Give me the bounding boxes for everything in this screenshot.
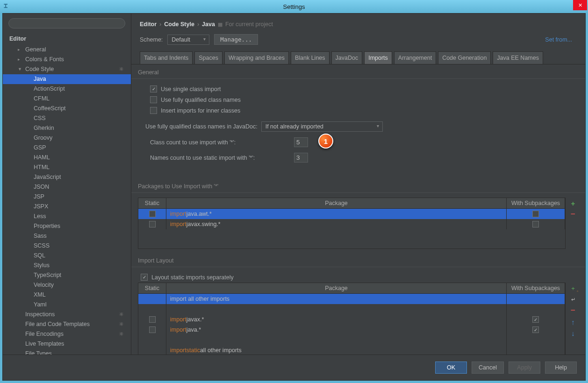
packages-table[interactable]: Static Package With Subpackages import j… xyxy=(138,198,566,249)
package-name: java.* xyxy=(186,326,201,333)
tree-item-file-types[interactable]: File Types xyxy=(3,349,131,355)
tree-item-label: Stylus xyxy=(34,262,50,269)
add-package-button[interactable]: + xyxy=(568,199,578,208)
tree-item-java[interactable]: Java xyxy=(3,74,131,84)
tab-spaces[interactable]: Spaces xyxy=(194,51,222,64)
static-checkbox[interactable] xyxy=(149,221,156,227)
tree-item-sql[interactable]: SQL xyxy=(3,251,131,261)
subpackages-checkbox[interactable] xyxy=(532,221,539,227)
tree-item-actionscript[interactable]: ActionScript xyxy=(3,84,131,94)
settings-tree[interactable]: Editor ▸General▸Colors & Fonts▼Code Styl… xyxy=(3,33,131,355)
subpackages-checkbox[interactable] xyxy=(532,316,539,323)
import-keyword: import xyxy=(170,326,186,333)
input-class-count[interactable] xyxy=(294,137,308,147)
tree-item-stylus[interactable]: Stylus xyxy=(3,261,131,270)
static-checkbox[interactable] xyxy=(149,326,156,333)
table-row[interactable]: import java.* xyxy=(138,325,565,335)
layout-table[interactable]: Static Package With Subpackages import a… xyxy=(138,283,566,355)
move-up-button[interactable]: ↑ xyxy=(568,317,578,326)
tree-item-file-and-code-templates[interactable]: File and Code Templates⛯ xyxy=(3,319,131,329)
tree-root-editor[interactable]: Editor xyxy=(3,33,131,45)
tree-item-haml[interactable]: HAML xyxy=(3,153,131,163)
tree-item-jspx[interactable]: JSPX xyxy=(3,202,131,212)
tree-item-gherkin[interactable]: Gherkin xyxy=(3,123,131,133)
tab-blank-lines[interactable]: Blank Lines xyxy=(291,51,330,64)
tab-imports[interactable]: Imports xyxy=(364,51,392,64)
ok-button[interactable]: OK xyxy=(435,362,467,374)
table-row[interactable] xyxy=(138,335,565,345)
set-from-link[interactable]: Set from... xyxy=(545,36,577,43)
tree-item-general[interactable]: ▸General xyxy=(3,45,131,55)
chk-fully-qualified[interactable] xyxy=(150,96,157,103)
tab-wrapping-and-braces[interactable]: Wrapping and Braces xyxy=(224,51,289,64)
tree-item-groovy[interactable]: Groovy xyxy=(3,133,131,143)
tree-item-label: JavaScript xyxy=(34,174,61,180)
dialog-footer: OK Cancel Apply Help xyxy=(3,355,585,380)
remove-package-button[interactable]: − xyxy=(568,210,578,219)
input-names-count[interactable] xyxy=(294,153,308,163)
tree-item-label: HTML xyxy=(34,164,50,170)
tree-item-xml[interactable]: XML xyxy=(3,290,131,300)
chk-layout-static-separate[interactable] xyxy=(141,274,148,281)
tree-item-scss[interactable]: SCSS xyxy=(3,241,131,251)
tree-item-properties[interactable]: Properties xyxy=(3,221,131,231)
tree-item-label: JSPX xyxy=(34,203,48,210)
tree-item-coffeescript[interactable]: CoffeeScript xyxy=(3,104,131,113)
fq-javadoc-select-wrap: If not already imported xyxy=(261,121,383,132)
tree-item-sass[interactable]: Sass xyxy=(3,231,131,241)
table-row[interactable]: import javax.swing.* xyxy=(138,219,565,229)
help-button[interactable]: Help xyxy=(545,362,577,374)
fq-javadoc-select[interactable]: If not already imported xyxy=(261,121,383,132)
search-input[interactable] xyxy=(8,18,125,28)
add-layout-package-button[interactable]: +▫ xyxy=(568,284,578,293)
add-blank-line-button[interactable]: ↵ xyxy=(568,295,578,304)
move-down-button[interactable]: ↓ xyxy=(568,328,578,338)
tree-item-less[interactable]: Less xyxy=(3,212,131,221)
tree-item-html[interactable]: HTML xyxy=(3,163,131,172)
tab-arrangement[interactable]: Arrangement xyxy=(394,51,436,64)
apply-button[interactable]: Apply xyxy=(509,362,540,374)
tree-item-colors-&-fonts[interactable]: ▸Colors & Fonts xyxy=(3,55,131,64)
window-close-button[interactable]: ✕ xyxy=(573,0,587,10)
tree-item-label: SCSS xyxy=(34,242,50,249)
table-row[interactable]: import all other imports xyxy=(138,294,565,304)
tree-item-label: CSS xyxy=(34,115,46,121)
tree-item-label: File and Code Templates xyxy=(25,321,90,327)
tree-item-yaml[interactable]: Yaml xyxy=(3,300,131,310)
subpackages-checkbox[interactable] xyxy=(532,211,539,217)
subpackages-checkbox[interactable] xyxy=(532,326,539,333)
chk-inner-classes[interactable] xyxy=(150,107,157,114)
tree-item-javascript[interactable]: JavaScript xyxy=(3,172,131,182)
tab-javadoc[interactable]: JavaDoc xyxy=(331,51,363,64)
scheme-row: Scheme: Default Manage... Set from... xyxy=(131,30,585,51)
tree-item-css[interactable]: CSS xyxy=(3,113,131,123)
tree-item-cfml[interactable]: CFML xyxy=(3,94,131,104)
tab-tabs-and-indents[interactable]: Tabs and Indents xyxy=(140,51,193,64)
table-row[interactable]: import java.awt.* xyxy=(138,209,565,219)
tab-code-generation[interactable]: Code Generation xyxy=(438,51,491,64)
tab-java-ee-names[interactable]: Java EE Names xyxy=(493,51,543,64)
tree-item-label: GSP xyxy=(34,144,46,151)
tree-item-jsp[interactable]: JSP xyxy=(3,192,131,202)
manage-button[interactable]: Manage... xyxy=(214,34,258,45)
tree-item-file-encodings[interactable]: File Encodings⛯ xyxy=(3,329,131,339)
lbl-inner-classes: Insert imports for inner classes xyxy=(161,107,240,114)
static-checkbox[interactable] xyxy=(149,316,156,323)
table-row[interactable]: import static all other imports xyxy=(138,345,565,355)
tree-item-live-templates[interactable]: Live Templates xyxy=(3,339,131,349)
remove-layout-row-button[interactable]: − xyxy=(568,306,578,315)
tree-item-velocity[interactable]: Velocity xyxy=(3,280,131,290)
static-checkbox[interactable] xyxy=(149,211,156,217)
tree-item-gsp[interactable]: GSP xyxy=(3,143,131,153)
section-layout-title: Import Layout xyxy=(131,253,585,267)
chk-single-class-import[interactable] xyxy=(150,85,157,92)
tree-item-typescript[interactable]: TypeScript xyxy=(3,270,131,280)
cancel-button[interactable]: Cancel xyxy=(472,362,504,374)
scheme-select[interactable]: Default xyxy=(167,35,209,45)
table-row[interactable]: import javax.* xyxy=(138,314,565,325)
tree-item-inspections[interactable]: Inspections⛯ xyxy=(3,310,131,319)
import-keyword: import xyxy=(170,347,186,354)
tree-item-json[interactable]: JSON xyxy=(3,182,131,192)
table-row[interactable] xyxy=(138,304,565,314)
tree-item-code-style[interactable]: ▼Code Style⛯ xyxy=(3,64,131,74)
